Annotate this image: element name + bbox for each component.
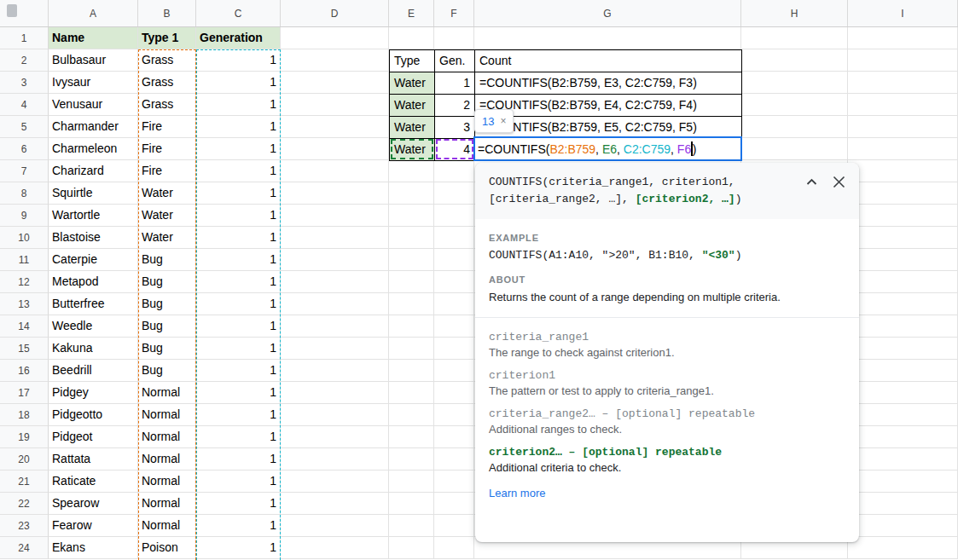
cell-D10[interactable]: [281, 227, 389, 249]
cell-A8[interactable]: Squirtle: [49, 182, 138, 205]
cell-D21[interactable]: [281, 471, 389, 493]
row-header-14[interactable]: 14: [0, 315, 49, 338]
cell-B10[interactable]: Water: [138, 227, 196, 249]
column-header-G[interactable]: G: [474, 0, 741, 26]
preview-close-icon[interactable]: ×: [500, 115, 506, 127]
cell-I21[interactable]: [848, 471, 958, 493]
cell-D12[interactable]: [281, 271, 389, 293]
cell-B9[interactable]: Water: [138, 205, 196, 227]
cell-F10[interactable]: [434, 227, 474, 249]
learn-more-link[interactable]: Learn more: [489, 487, 545, 499]
column-header-H[interactable]: H: [741, 0, 848, 26]
cell-B5[interactable]: Fire: [138, 116, 196, 138]
cell-A5[interactable]: Charmander: [49, 116, 138, 138]
cell-C4[interactable]: 1: [196, 94, 281, 116]
cell-G3[interactable]: =COUNTIFS(B2:B759, E3, C2:C759, F3): [475, 72, 742, 95]
cell-I23[interactable]: [848, 515, 958, 537]
column-header-B[interactable]: B: [138, 0, 196, 26]
cell-D13[interactable]: [281, 293, 389, 315]
row-header-22[interactable]: 22: [0, 493, 49, 515]
cell-A24[interactable]: Ekans: [49, 537, 138, 559]
row-header-11[interactable]: 11: [0, 249, 49, 271]
cell-B24[interactable]: Poison: [138, 537, 196, 559]
row-header-23[interactable]: 23: [0, 515, 49, 537]
cell-F8[interactable]: [434, 182, 474, 205]
cell-F2[interactable]: Gen.: [435, 50, 475, 72]
cell-D9[interactable]: [281, 205, 389, 227]
cell-C12[interactable]: 1: [196, 271, 281, 293]
row-header-7[interactable]: 7: [0, 160, 49, 182]
cell-I16[interactable]: [848, 360, 958, 382]
row-header-19[interactable]: 19: [0, 426, 49, 448]
cell-A21[interactable]: Raticate: [49, 471, 138, 493]
cell-F20[interactable]: [434, 448, 474, 471]
cell-I14[interactable]: [848, 315, 958, 338]
row-header-18[interactable]: 18: [0, 404, 49, 426]
cell-C11[interactable]: 1: [196, 249, 281, 271]
cell-I9[interactable]: [848, 205, 958, 227]
cell-E3[interactable]: Water: [390, 72, 435, 95]
cell-B18[interactable]: Normal: [138, 404, 196, 426]
cell-A9[interactable]: Wartortle: [49, 205, 138, 227]
cell-F1[interactable]: [434, 27, 474, 49]
cell-H3[interactable]: [741, 72, 848, 94]
cell-F19[interactable]: [434, 426, 474, 448]
cell-C14[interactable]: 1: [196, 315, 281, 338]
cell-F17[interactable]: [434, 382, 474, 404]
cell-D3[interactable]: [281, 72, 389, 94]
cell-F15[interactable]: [434, 338, 474, 360]
cell-E11[interactable]: [389, 249, 434, 271]
cell-F7[interactable]: [434, 160, 474, 182]
cell-E13[interactable]: [389, 293, 434, 315]
cell-B11[interactable]: Bug: [138, 249, 196, 271]
cell-I19[interactable]: [848, 426, 958, 448]
cell-I8[interactable]: [848, 182, 958, 205]
cell-B22[interactable]: Normal: [138, 493, 196, 515]
column-header-I[interactable]: I: [848, 0, 958, 26]
cell-A17[interactable]: Pidgey: [49, 382, 138, 404]
row-header-21[interactable]: 21: [0, 471, 49, 493]
cell-B15[interactable]: Bug: [138, 338, 196, 360]
cell-B12[interactable]: Bug: [138, 271, 196, 293]
cell-A18[interactable]: Pidgeotto: [49, 404, 138, 426]
cell-A1[interactable]: Name: [49, 27, 138, 49]
cell-D2[interactable]: [281, 49, 389, 72]
cell-C21[interactable]: 1: [196, 471, 281, 493]
cell-E18[interactable]: [389, 404, 434, 426]
cell-F23[interactable]: [434, 515, 474, 537]
cell-C3[interactable]: 1: [196, 72, 281, 94]
cell-E1[interactable]: [389, 27, 434, 49]
cell-C18[interactable]: 1: [196, 404, 281, 426]
cell-B3[interactable]: Grass: [138, 72, 196, 94]
cell-E15[interactable]: [389, 338, 434, 360]
cell-E2[interactable]: Type: [390, 50, 435, 72]
cell-H2[interactable]: [741, 49, 848, 72]
cell-C5[interactable]: 1: [196, 116, 281, 138]
cell-I18[interactable]: [848, 404, 958, 426]
column-header-A[interactable]: A: [49, 0, 138, 26]
cell-E4[interactable]: Water: [390, 95, 435, 117]
cell-B13[interactable]: Bug: [138, 293, 196, 315]
cell-F18[interactable]: [434, 404, 474, 426]
row-header-1[interactable]: 1: [0, 27, 49, 49]
cell-F12[interactable]: [434, 271, 474, 293]
cell-E6[interactable]: Water: [390, 139, 435, 161]
cell-B17[interactable]: Normal: [138, 382, 196, 404]
cell-F16[interactable]: [434, 360, 474, 382]
cell-C22[interactable]: 1: [196, 493, 281, 515]
cell-C9[interactable]: 1: [196, 205, 281, 227]
cell-A3[interactable]: Ivysaur: [49, 72, 138, 94]
cell-I4[interactable]: [848, 94, 958, 116]
cell-D4[interactable]: [281, 94, 389, 116]
collapse-icon[interactable]: [806, 178, 817, 186]
cell-B6[interactable]: Fire: [138, 138, 196, 160]
row-header-20[interactable]: 20: [0, 448, 49, 471]
cell-E12[interactable]: [389, 271, 434, 293]
cell-D16[interactable]: [281, 360, 389, 382]
cell-I3[interactable]: [848, 72, 958, 94]
cell-B14[interactable]: Bug: [138, 315, 196, 338]
cell-F4[interactable]: 2: [435, 95, 475, 117]
cell-G1[interactable]: [474, 27, 741, 49]
cell-E7[interactable]: [389, 160, 434, 182]
cell-C19[interactable]: 1: [196, 426, 281, 448]
